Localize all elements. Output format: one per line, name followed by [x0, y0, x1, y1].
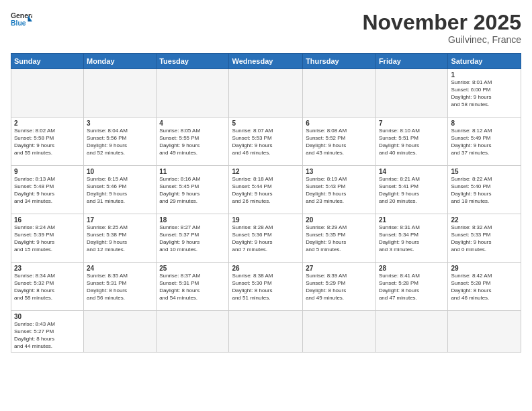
day-cell: [229, 311, 303, 353]
col-header-thursday: Thursday: [303, 54, 376, 69]
day-cell: 24Sunrise: 8:35 AM Sunset: 5:31 PM Dayli…: [84, 263, 157, 311]
day-info: Sunrise: 8:07 AM Sunset: 5:53 PM Dayligh…: [232, 128, 300, 156]
day-info: Sunrise: 8:04 AM Sunset: 5:56 PM Dayligh…: [87, 128, 153, 156]
day-info: Sunrise: 8:37 AM Sunset: 5:31 PM Dayligh…: [159, 273, 226, 302]
day-number: 14: [379, 168, 445, 175]
location: Guilvinec, France: [362, 34, 521, 45]
day-cell: 16Sunrise: 8:24 AM Sunset: 5:39 PM Dayli…: [11, 214, 84, 263]
day-cell: 21Sunrise: 8:31 AM Sunset: 5:34 PM Dayli…: [375, 214, 447, 263]
day-number: 6: [306, 120, 373, 127]
day-cell: 18Sunrise: 8:27 AM Sunset: 5:37 PM Dayli…: [157, 214, 229, 263]
day-info: Sunrise: 8:31 AM Sunset: 5:34 PM Dayligh…: [379, 224, 445, 253]
day-info: Sunrise: 8:15 AM Sunset: 5:46 PM Dayligh…: [87, 176, 153, 205]
day-cell: 13Sunrise: 8:19 AM Sunset: 5:43 PM Dayli…: [303, 166, 376, 214]
day-info: Sunrise: 8:32 AM Sunset: 5:33 PM Dayligh…: [451, 224, 518, 253]
day-cell: 23Sunrise: 8:34 AM Sunset: 5:32 PM Dayli…: [11, 263, 84, 311]
day-cell: 22Sunrise: 8:32 AM Sunset: 5:33 PM Dayli…: [448, 214, 521, 263]
day-number: 8: [451, 120, 518, 127]
day-cell: [157, 311, 229, 353]
day-cell: 11Sunrise: 8:16 AM Sunset: 5:45 PM Dayli…: [157, 166, 229, 214]
calendar-page: General Blue November 2025 Guilvinec, Fr…: [0, 0, 532, 411]
day-cell: 29Sunrise: 8:42 AM Sunset: 5:28 PM Dayli…: [448, 263, 521, 311]
svg-text:Blue: Blue: [11, 19, 26, 27]
col-header-saturday: Saturday: [448, 54, 521, 69]
week-row-5: 23Sunrise: 8:34 AM Sunset: 5:32 PM Dayli…: [11, 263, 521, 311]
day-cell: [229, 69, 303, 118]
day-cell: [448, 311, 521, 353]
col-header-sunday: Sunday: [11, 54, 84, 69]
day-info: Sunrise: 8:42 AM Sunset: 5:28 PM Dayligh…: [451, 273, 518, 302]
day-cell: 26Sunrise: 8:38 AM Sunset: 5:30 PM Dayli…: [229, 263, 303, 311]
day-info: Sunrise: 8:25 AM Sunset: 5:38 PM Dayligh…: [87, 224, 153, 253]
day-info: Sunrise: 8:29 AM Sunset: 5:35 PM Dayligh…: [306, 224, 373, 253]
day-number: 19: [232, 216, 300, 224]
day-cell: 28Sunrise: 8:41 AM Sunset: 5:28 PM Dayli…: [375, 263, 447, 311]
col-header-friday: Friday: [375, 54, 447, 69]
week-row-1: 1Sunrise: 8:01 AM Sunset: 6:00 PM Daylig…: [11, 69, 521, 118]
day-info: Sunrise: 8:18 AM Sunset: 5:44 PM Dayligh…: [232, 176, 300, 205]
day-cell: 17Sunrise: 8:25 AM Sunset: 5:38 PM Dayli…: [84, 214, 157, 263]
day-info: Sunrise: 8:05 AM Sunset: 5:55 PM Dayligh…: [159, 128, 226, 156]
day-cell: 3Sunrise: 8:04 AM Sunset: 5:56 PM Daylig…: [84, 118, 157, 166]
day-number: 16: [14, 216, 81, 224]
day-cell: [303, 69, 376, 118]
day-cell: 1Sunrise: 8:01 AM Sunset: 6:00 PM Daylig…: [448, 69, 521, 118]
day-number: 21: [379, 216, 445, 224]
day-info: Sunrise: 8:39 AM Sunset: 5:29 PM Dayligh…: [306, 273, 373, 302]
day-info: Sunrise: 8:43 AM Sunset: 5:27 PM Dayligh…: [14, 321, 81, 350]
day-number: 12: [232, 168, 300, 175]
day-number: 5: [232, 120, 300, 127]
day-number: 26: [232, 265, 300, 272]
day-cell: 19Sunrise: 8:28 AM Sunset: 5:36 PM Dayli…: [229, 214, 303, 263]
day-cell: 25Sunrise: 8:37 AM Sunset: 5:31 PM Dayli…: [157, 263, 229, 311]
day-number: 25: [159, 265, 226, 272]
day-number: 10: [87, 168, 153, 175]
week-row-3: 9Sunrise: 8:13 AM Sunset: 5:48 PM Daylig…: [11, 166, 521, 214]
calendar-table: SundayMondayTuesdayWednesdayThursdayFrid…: [11, 53, 521, 353]
day-info: Sunrise: 8:22 AM Sunset: 5:40 PM Dayligh…: [451, 176, 518, 205]
day-cell: 5Sunrise: 8:07 AM Sunset: 5:53 PM Daylig…: [229, 118, 303, 166]
day-cell: [157, 69, 229, 118]
week-row-4: 16Sunrise: 8:24 AM Sunset: 5:39 PM Dayli…: [11, 214, 521, 263]
day-number: 9: [14, 168, 81, 175]
logo-icon: General Blue: [11, 11, 32, 30]
day-cell: 15Sunrise: 8:22 AM Sunset: 5:40 PM Dayli…: [448, 166, 521, 214]
day-number: 1: [451, 71, 518, 79]
day-info: Sunrise: 8:41 AM Sunset: 5:28 PM Dayligh…: [379, 273, 445, 302]
day-number: 3: [87, 120, 153, 127]
day-cell: [11, 69, 84, 118]
day-info: Sunrise: 8:21 AM Sunset: 5:41 PM Dayligh…: [379, 176, 445, 205]
col-header-monday: Monday: [84, 54, 157, 69]
week-row-6: 30Sunrise: 8:43 AM Sunset: 5:27 PM Dayli…: [11, 311, 521, 353]
header: General Blue November 2025 Guilvinec, Fr…: [11, 11, 521, 45]
logo: General Blue: [11, 11, 32, 30]
day-cell: [84, 311, 157, 353]
week-row-2: 2Sunrise: 8:02 AM Sunset: 5:58 PM Daylig…: [11, 118, 521, 166]
day-number: 24: [87, 265, 153, 272]
day-info: Sunrise: 8:13 AM Sunset: 5:48 PM Dayligh…: [14, 176, 81, 205]
day-cell: 7Sunrise: 8:10 AM Sunset: 5:51 PM Daylig…: [375, 118, 447, 166]
header-row: SundayMondayTuesdayWednesdayThursdayFrid…: [11, 54, 521, 69]
day-cell: [375, 69, 447, 118]
day-cell: 10Sunrise: 8:15 AM Sunset: 5:46 PM Dayli…: [84, 166, 157, 214]
day-cell: [84, 69, 157, 118]
day-number: 7: [379, 120, 445, 127]
day-cell: 4Sunrise: 8:05 AM Sunset: 5:55 PM Daylig…: [157, 118, 229, 166]
col-header-wednesday: Wednesday: [229, 54, 303, 69]
day-info: Sunrise: 8:24 AM Sunset: 5:39 PM Dayligh…: [14, 224, 81, 253]
day-info: Sunrise: 8:08 AM Sunset: 5:52 PM Dayligh…: [306, 128, 373, 156]
day-cell: 20Sunrise: 8:29 AM Sunset: 5:35 PM Dayli…: [303, 214, 376, 263]
day-number: 17: [87, 216, 153, 224]
day-info: Sunrise: 8:01 AM Sunset: 6:00 PM Dayligh…: [451, 79, 518, 108]
day-number: 22: [451, 216, 518, 224]
day-info: Sunrise: 8:10 AM Sunset: 5:51 PM Dayligh…: [379, 128, 445, 156]
day-number: 20: [306, 216, 373, 224]
col-header-tuesday: Tuesday: [157, 54, 229, 69]
day-info: Sunrise: 8:35 AM Sunset: 5:31 PM Dayligh…: [87, 273, 153, 302]
day-info: Sunrise: 8:34 AM Sunset: 5:32 PM Dayligh…: [14, 273, 81, 302]
day-cell: 6Sunrise: 8:08 AM Sunset: 5:52 PM Daylig…: [303, 118, 376, 166]
day-info: Sunrise: 8:12 AM Sunset: 5:49 PM Dayligh…: [451, 128, 518, 156]
day-number: 23: [14, 265, 81, 272]
day-cell: 8Sunrise: 8:12 AM Sunset: 5:49 PM Daylig…: [448, 118, 521, 166]
day-cell: [375, 311, 447, 353]
